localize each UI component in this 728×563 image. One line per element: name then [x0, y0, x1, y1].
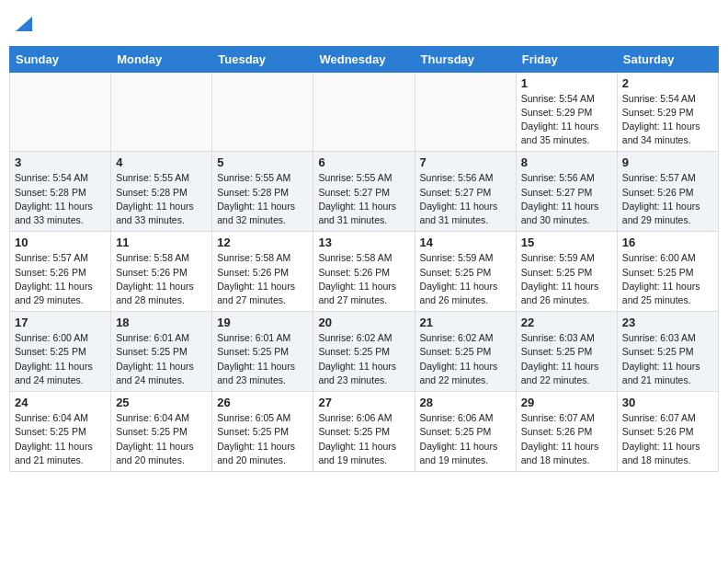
- day-number: 8: [521, 155, 612, 169]
- day-info: Sunrise: 5:54 AM Sunset: 5:28 PM Dayligh…: [15, 171, 106, 227]
- day-info: Sunrise: 6:01 AM Sunset: 5:25 PM Dayligh…: [116, 331, 207, 387]
- day-info: Sunrise: 5:56 AM Sunset: 5:27 PM Dayligh…: [521, 171, 612, 227]
- day-number: 27: [318, 396, 409, 409]
- calendar-cell: [10, 72, 111, 152]
- calendar-cell: 10Sunrise: 5:57 AM Sunset: 5:26 PM Dayli…: [10, 232, 111, 312]
- calendar-header-row: SundayMondayTuesdayWednesdayThursdayFrid…: [10, 46, 719, 72]
- calendar-cell: [111, 72, 212, 152]
- day-info: Sunrise: 6:03 AM Sunset: 5:25 PM Dayligh…: [521, 331, 612, 387]
- calendar-week-row: 10Sunrise: 5:57 AM Sunset: 5:26 PM Dayli…: [10, 232, 719, 312]
- day-header-wednesday: Wednesday: [313, 46, 415, 72]
- day-number: 1: [521, 76, 612, 90]
- calendar-cell: 3Sunrise: 5:54 AM Sunset: 5:28 PM Daylig…: [10, 152, 111, 232]
- calendar-cell: 25Sunrise: 6:04 AM Sunset: 5:25 PM Dayli…: [111, 392, 212, 472]
- day-number: 7: [420, 155, 511, 169]
- calendar-week-row: 17Sunrise: 6:00 AM Sunset: 5:25 PM Dayli…: [10, 312, 719, 392]
- day-number: 14: [420, 236, 511, 249]
- day-info: Sunrise: 6:04 AM Sunset: 5:25 PM Dayligh…: [15, 411, 106, 467]
- calendar-cell: 13Sunrise: 5:58 AM Sunset: 5:26 PM Dayli…: [313, 232, 415, 312]
- calendar-week-row: 3Sunrise: 5:54 AM Sunset: 5:28 PM Daylig…: [10, 152, 719, 232]
- logo-bird-icon: [16, 17, 32, 31]
- day-number: 25: [116, 396, 207, 409]
- day-number: 23: [622, 316, 713, 329]
- day-info: Sunrise: 5:56 AM Sunset: 5:27 PM Dayligh…: [420, 171, 511, 227]
- day-header-sunday: Sunday: [10, 46, 111, 72]
- calendar-cell: 19Sunrise: 6:01 AM Sunset: 5:25 PM Dayli…: [212, 312, 313, 392]
- calendar-cell: 1Sunrise: 5:54 AM Sunset: 5:29 PM Daylig…: [516, 72, 617, 152]
- calendar-cell: 26Sunrise: 6:05 AM Sunset: 5:25 PM Dayli…: [212, 392, 313, 472]
- day-info: Sunrise: 5:59 AM Sunset: 5:25 PM Dayligh…: [420, 251, 511, 307]
- calendar-cell: 8Sunrise: 5:56 AM Sunset: 5:27 PM Daylig…: [516, 152, 617, 232]
- calendar-cell: [212, 72, 313, 152]
- day-header-friday: Friday: [516, 46, 617, 72]
- day-info: Sunrise: 5:55 AM Sunset: 5:27 PM Dayligh…: [318, 171, 409, 227]
- day-info: Sunrise: 5:57 AM Sunset: 5:26 PM Dayligh…: [622, 171, 713, 227]
- day-number: 20: [318, 316, 409, 329]
- calendar-cell: 21Sunrise: 6:02 AM Sunset: 5:25 PM Dayli…: [415, 312, 516, 392]
- calendar-cell: 2Sunrise: 5:54 AM Sunset: 5:29 PM Daylig…: [617, 72, 718, 152]
- day-info: Sunrise: 5:58 AM Sunset: 5:26 PM Dayligh…: [116, 251, 207, 307]
- calendar-cell: 30Sunrise: 6:07 AM Sunset: 5:26 PM Dayli…: [617, 392, 718, 472]
- day-info: Sunrise: 6:00 AM Sunset: 5:25 PM Dayligh…: [15, 331, 106, 387]
- calendar-cell: 9Sunrise: 5:57 AM Sunset: 5:26 PM Daylig…: [617, 152, 718, 232]
- day-info: Sunrise: 5:57 AM Sunset: 5:26 PM Dayligh…: [15, 251, 106, 307]
- calendar-cell: 16Sunrise: 6:00 AM Sunset: 5:25 PM Dayli…: [617, 232, 718, 312]
- day-info: Sunrise: 6:06 AM Sunset: 5:25 PM Dayligh…: [420, 411, 511, 467]
- day-number: 6: [318, 155, 409, 169]
- day-number: 3: [15, 155, 106, 169]
- day-header-tuesday: Tuesday: [212, 46, 313, 72]
- svg-marker-0: [16, 17, 32, 31]
- calendar-cell: 24Sunrise: 6:04 AM Sunset: 5:25 PM Dayli…: [10, 392, 111, 472]
- day-number: 22: [521, 316, 612, 329]
- day-number: 2: [622, 76, 713, 90]
- page-header: [9, 9, 719, 39]
- day-number: 13: [318, 236, 409, 249]
- calendar-week-row: 24Sunrise: 6:04 AM Sunset: 5:25 PM Dayli…: [10, 392, 719, 472]
- day-info: Sunrise: 6:02 AM Sunset: 5:25 PM Dayligh…: [318, 331, 409, 387]
- day-info: Sunrise: 6:07 AM Sunset: 5:26 PM Dayligh…: [521, 411, 612, 467]
- day-number: 26: [217, 396, 308, 409]
- day-number: 29: [521, 396, 612, 409]
- day-number: 16: [622, 236, 713, 249]
- day-info: Sunrise: 5:54 AM Sunset: 5:29 PM Dayligh…: [622, 92, 713, 148]
- day-info: Sunrise: 5:55 AM Sunset: 5:28 PM Dayligh…: [217, 171, 308, 227]
- calendar-cell: 4Sunrise: 5:55 AM Sunset: 5:28 PM Daylig…: [111, 152, 212, 232]
- day-number: 11: [116, 236, 207, 249]
- calendar-cell: 5Sunrise: 5:55 AM Sunset: 5:28 PM Daylig…: [212, 152, 313, 232]
- day-number: 4: [116, 155, 207, 169]
- day-info: Sunrise: 5:58 AM Sunset: 5:26 PM Dayligh…: [318, 251, 409, 307]
- day-info: Sunrise: 5:58 AM Sunset: 5:26 PM Dayligh…: [217, 251, 308, 307]
- logo: [13, 17, 32, 35]
- calendar-cell: 23Sunrise: 6:03 AM Sunset: 5:25 PM Dayli…: [617, 312, 718, 392]
- day-number: 24: [15, 396, 106, 409]
- day-header-thursday: Thursday: [415, 46, 516, 72]
- day-number: 28: [420, 396, 511, 409]
- calendar-table: SundayMondayTuesdayWednesdayThursdayFrid…: [9, 46, 719, 472]
- calendar-cell: 12Sunrise: 5:58 AM Sunset: 5:26 PM Dayli…: [212, 232, 313, 312]
- day-number: 15: [521, 236, 612, 249]
- day-header-saturday: Saturday: [617, 46, 718, 72]
- day-number: 18: [116, 316, 207, 329]
- day-info: Sunrise: 6:03 AM Sunset: 5:25 PM Dayligh…: [622, 331, 713, 387]
- calendar-cell: [313, 72, 415, 152]
- calendar-cell: 17Sunrise: 6:00 AM Sunset: 5:25 PM Dayli…: [10, 312, 111, 392]
- calendar-cell: 22Sunrise: 6:03 AM Sunset: 5:25 PM Dayli…: [516, 312, 617, 392]
- calendar-cell: 6Sunrise: 5:55 AM Sunset: 5:27 PM Daylig…: [313, 152, 415, 232]
- calendar-cell: 29Sunrise: 6:07 AM Sunset: 5:26 PM Dayli…: [516, 392, 617, 472]
- calendar-cell: 15Sunrise: 5:59 AM Sunset: 5:25 PM Dayli…: [516, 232, 617, 312]
- calendar-cell: 28Sunrise: 6:06 AM Sunset: 5:25 PM Dayli…: [415, 392, 516, 472]
- day-number: 12: [217, 236, 308, 249]
- day-info: Sunrise: 6:07 AM Sunset: 5:26 PM Dayligh…: [622, 411, 713, 467]
- calendar-cell: 20Sunrise: 6:02 AM Sunset: 5:25 PM Dayli…: [313, 312, 415, 392]
- day-info: Sunrise: 6:05 AM Sunset: 5:25 PM Dayligh…: [217, 411, 308, 467]
- day-number: 30: [622, 396, 713, 409]
- day-info: Sunrise: 5:54 AM Sunset: 5:29 PM Dayligh…: [521, 92, 612, 148]
- day-info: Sunrise: 6:00 AM Sunset: 5:25 PM Dayligh…: [622, 251, 713, 307]
- calendar-cell: 14Sunrise: 5:59 AM Sunset: 5:25 PM Dayli…: [415, 232, 516, 312]
- day-info: Sunrise: 6:04 AM Sunset: 5:25 PM Dayligh…: [116, 411, 207, 467]
- day-number: 9: [622, 155, 713, 169]
- day-info: Sunrise: 6:01 AM Sunset: 5:25 PM Dayligh…: [217, 331, 308, 387]
- calendar-cell: 18Sunrise: 6:01 AM Sunset: 5:25 PM Dayli…: [111, 312, 212, 392]
- calendar-week-row: 1Sunrise: 5:54 AM Sunset: 5:29 PM Daylig…: [10, 72, 719, 152]
- day-number: 5: [217, 155, 308, 169]
